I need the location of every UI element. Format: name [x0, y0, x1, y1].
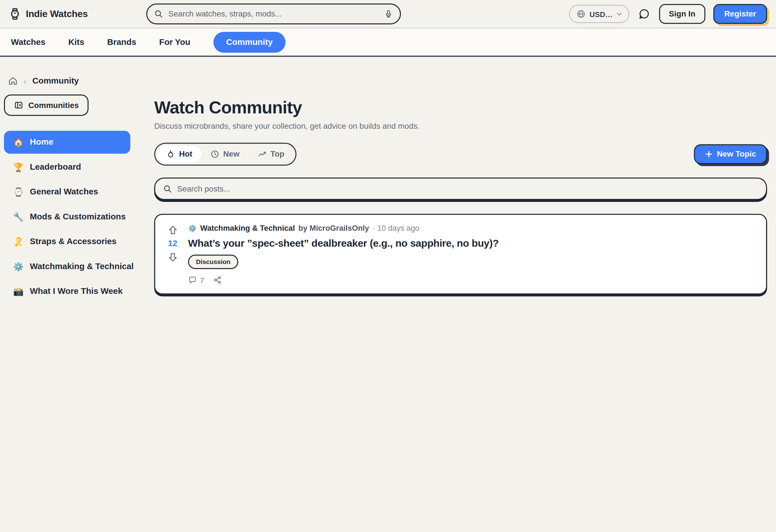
sidebar-item-label: General Watches: [30, 187, 98, 197]
filter-top-label: Top: [270, 150, 284, 159]
share-icon: [213, 276, 222, 285]
home-icon[interactable]: [8, 76, 18, 86]
post-body: ⚙️ Watchmaking & Technical by MicroGrail…: [188, 224, 755, 285]
register-button[interactable]: Register: [713, 4, 767, 24]
nav-item-community[interactable]: Community: [213, 32, 286, 53]
breadcrumb: › Community: [8, 75, 767, 88]
brand-name: Indie Watches: [26, 9, 88, 20]
brand-logo[interactable]: Indie Watches: [9, 8, 88, 20]
page: Indie Watches: [0, 0, 776, 304]
nav-item-kits[interactable]: Kits: [68, 37, 84, 47]
camera-emoji-icon: 📸: [13, 286, 24, 297]
sidebar-item-label: Watchmaking & Technical: [30, 262, 134, 272]
post-meta: ⚙️ Watchmaking & Technical by MicroGrail…: [188, 224, 755, 233]
plus-icon: [705, 150, 713, 158]
watch-logo-icon: [9, 8, 21, 20]
filter-new-label: New: [223, 150, 240, 159]
breadcrumb-separator-icon: ›: [24, 77, 26, 85]
sidebar-item-label: Home: [30, 137, 53, 147]
watch-emoji-icon: ⌚: [13, 187, 24, 197]
comment-icon: [188, 276, 197, 285]
upvote-icon[interactable]: [167, 225, 178, 235]
post-footer: 7: [188, 276, 755, 285]
clock-icon: [210, 150, 219, 159]
post-tag[interactable]: Discussion: [188, 255, 238, 269]
sidebar-item-leaderboard[interactable]: 🏆 Leaderboard: [4, 156, 149, 179]
trending-up-icon: [257, 150, 267, 159]
gear-emoji-icon: ⚙️: [188, 224, 197, 232]
home-emoji-icon: 🏠: [13, 137, 24, 148]
filter-hot[interactable]: Hot: [157, 146, 201, 163]
gear-emoji-icon: ⚙️: [13, 261, 24, 272]
ribbon-emoji-icon: 🎗️: [13, 236, 24, 247]
posts-search-input[interactable]: [177, 184, 758, 193]
search-icon: [163, 184, 172, 193]
sidebar-item-what-i-wore[interactable]: 📸 What I Wore This Week: [4, 280, 149, 303]
filter-top[interactable]: Top: [248, 146, 294, 163]
communities-collapse-button[interactable]: Communities: [4, 95, 89, 116]
post-author[interactable]: by MicroGrailsOnly: [299, 224, 369, 233]
sidebar-item-label: What I Wore This Week: [30, 286, 123, 296]
sidebar-item-mods-customizations[interactable]: 🔧 Mods & Customizations: [4, 206, 149, 229]
chat-bubble-icon[interactable]: [637, 7, 651, 21]
comment-count: 7: [200, 276, 204, 284]
communities-collapse-label: Communities: [28, 100, 79, 110]
content-area: › Community Communities 🏠 Home: [0, 57, 776, 304]
currency-selector[interactable]: USD…: [569, 5, 629, 23]
nav-item-watches[interactable]: Watches: [11, 37, 45, 47]
downvote-icon[interactable]: [167, 252, 178, 263]
sidebar-item-label: Mods & Customizations: [30, 212, 126, 222]
global-search-input[interactable]: [168, 9, 379, 18]
filter-hot-label: Hot: [179, 150, 192, 159]
wrench-emoji-icon: 🔧: [13, 212, 24, 222]
new-topic-button[interactable]: New Topic: [694, 145, 767, 164]
nav-item-brands[interactable]: Brands: [107, 37, 137, 47]
vote-column: 12: [166, 224, 179, 285]
sidebar-item-label: Straps & Accessories: [30, 237, 117, 247]
sidebar-item-label: Leaderboard: [30, 162, 81, 172]
header-actions: USD… Sign In Register: [569, 4, 767, 24]
top-header: Indie Watches: [0, 0, 776, 28]
nav-item-for-you[interactable]: For You: [159, 37, 190, 47]
sidebar-item-watchmaking-technical[interactable]: ⚙️ Watchmaking & Technical: [4, 255, 149, 278]
comments-button[interactable]: 7: [188, 276, 204, 285]
new-topic-label: New Topic: [717, 150, 756, 159]
flame-icon: [166, 150, 175, 159]
globe-icon: [576, 9, 586, 18]
page-subtitle: Discuss microbrands, share your collecti…: [154, 122, 767, 131]
sidebar-item-straps-accessories[interactable]: 🎗️ Straps & Accessories: [4, 230, 149, 253]
post-time: · 10 days ago: [373, 224, 419, 233]
vote-count: 12: [168, 239, 177, 249]
sidebar-item-home[interactable]: 🏠 Home: [4, 131, 131, 154]
community-sidebar: Communities 🏠 Home 🏆 Leaderboard ⌚ Gener…: [4, 95, 149, 304]
post-card[interactable]: 12 ⚙️ Watchmaking & Technical by MicroGr…: [154, 214, 767, 295]
sidebar-nav: 🏠 Home 🏆 Leaderboard ⌚ General Watches 🔧…: [4, 131, 149, 304]
currency-label: USD…: [590, 10, 613, 18]
primary-nav: Watches Kits Brands For You Community: [0, 28, 776, 57]
sign-in-button[interactable]: Sign In: [659, 4, 705, 24]
panel-collapse-icon: [14, 100, 23, 110]
post-title[interactable]: What’s your ”spec-sheet” dealbreaker (e.…: [188, 237, 755, 249]
page-title: Watch Community: [154, 97, 767, 117]
breadcrumb-current: Community: [32, 76, 79, 86]
search-icon: [154, 9, 163, 18]
post-category[interactable]: Watchmaking & Technical: [200, 224, 295, 233]
filter-new[interactable]: New: [201, 146, 248, 163]
posts-search-bar[interactable]: [154, 178, 767, 200]
sort-filter-group: Hot New: [154, 143, 297, 166]
community-main: Watch Community Discuss microbrands, sha…: [154, 95, 767, 304]
global-search-bar[interactable]: [146, 3, 401, 24]
microphone-icon[interactable]: [384, 9, 393, 18]
chevron-down-icon: [616, 12, 622, 16]
sidebar-item-general-watches[interactable]: ⌚ General Watches: [4, 181, 149, 204]
feed-controls: Hot New: [154, 143, 767, 166]
share-button[interactable]: [213, 276, 222, 285]
trophy-emoji-icon: 🏆: [13, 162, 24, 173]
